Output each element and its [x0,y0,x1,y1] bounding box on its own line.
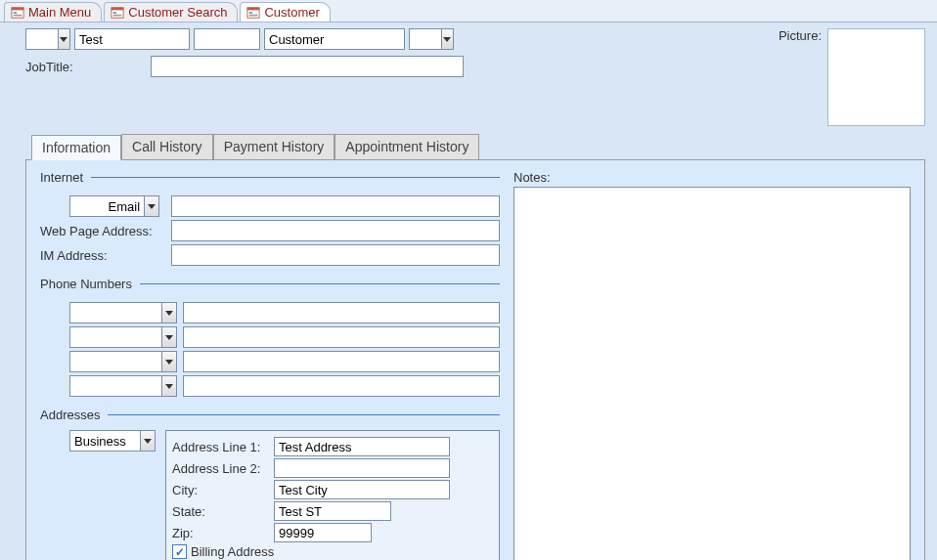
name-prefix-input[interactable] [26,29,58,49]
notes-label: Notes: [513,170,911,185]
address-line1-label: Address Line 1: [172,440,270,454]
address-type-input[interactable] [70,431,140,451]
web-label: Web Page Address: [40,224,165,238]
phone-type-combo[interactable] [69,326,177,348]
tab-call-history[interactable]: Call History [121,134,213,159]
svg-rect-6 [113,12,117,14]
dropdown-icon[interactable] [161,376,176,396]
phone-type-combo[interactable] [69,302,177,323]
object-tab-customer-search[interactable]: Customer Search [104,2,238,22]
phone-type-input[interactable] [70,327,161,347]
svg-rect-5 [112,7,123,10]
form-icon [11,6,24,20]
phone-type-input[interactable] [70,352,161,371]
group-line [108,414,500,415]
city-input[interactable] [274,480,450,499]
address-line2-label: Address Line 2: [172,461,270,476]
dropdown-icon[interactable] [161,303,176,323]
phone-number-input[interactable] [183,326,500,348]
jobtitle-label: JobTitle: [25,60,145,74]
object-tab-label: Customer Search [128,5,227,20]
group-line [140,283,500,284]
phone-row [40,375,500,397]
email-type-combo[interactable] [69,195,159,217]
address-line2-input[interactable] [274,458,450,478]
dropdown-icon[interactable] [140,431,155,451]
group-line [91,177,500,178]
svg-rect-7 [113,14,122,16]
tab-information[interactable]: Information [31,135,121,160]
im-input[interactable] [171,244,500,266]
svg-rect-11 [249,14,258,16]
billing-checkbox[interactable] [172,544,187,559]
tab-appointment-history[interactable]: Appointment History [335,134,479,159]
email-input[interactable] [171,195,500,217]
object-tab-bar: Main Menu Customer Search Customer [0,0,937,22]
phone-type-input[interactable] [70,376,161,396]
group-addresses-title: Addresses [40,408,500,422]
tab-payment-history[interactable]: Payment History [213,134,335,159]
name-suffix-combo[interactable] [409,28,454,50]
web-input[interactable] [171,220,500,241]
name-suffix-input[interactable] [410,29,441,49]
phone-row [40,326,500,348]
picture-box[interactable] [827,28,925,126]
phone-row [40,351,500,372]
dropdown-icon[interactable] [58,29,69,49]
phone-type-combo[interactable] [69,375,177,397]
svg-rect-3 [14,14,22,16]
zip-input[interactable] [274,523,372,542]
dropdown-icon[interactable] [441,29,453,49]
address-line1-input[interactable] [274,437,450,456]
group-phone-title: Phone Numbers [40,277,500,291]
object-tab-customer[interactable]: Customer [240,2,330,22]
phone-number-input[interactable] [183,375,500,397]
form-icon [246,6,260,20]
object-tab-label: Main Menu [28,5,91,20]
group-title-text: Internet [40,170,83,185]
inner-tab-bar: Information Call History Payment History… [25,134,925,159]
first-name-input[interactable] [74,28,190,50]
tab-label: Appointment History [345,139,468,154]
name-prefix-combo[interactable] [25,28,70,50]
dropdown-icon[interactable] [144,196,158,216]
email-type-input[interactable] [70,196,144,216]
tab-label: Information [42,140,111,155]
tab-label: Call History [132,139,202,154]
svg-rect-9 [247,7,259,10]
billing-label: Billing Address [191,544,274,559]
svg-rect-1 [12,7,23,10]
address-card: Address Line 1: Address Line 2: City: St… [165,430,500,560]
phone-number-input[interactable] [183,351,500,372]
middle-name-input[interactable] [194,28,260,50]
state-label: State: [172,504,270,519]
last-name-input[interactable] [264,28,405,50]
zip-label: Zip: [172,526,270,540]
group-title-text: Phone Numbers [40,277,132,291]
dropdown-icon[interactable] [161,352,176,371]
jobtitle-input[interactable] [151,56,464,77]
notes-textarea[interactable] [513,187,911,560]
address-type-combo[interactable] [69,430,156,452]
form-icon [111,6,124,20]
city-label: City: [172,483,270,497]
group-title-text: Addresses [40,408,100,422]
state-input[interactable] [274,501,391,521]
object-tab-main-menu[interactable]: Main Menu [4,2,102,22]
group-internet-title: Internet [40,170,500,185]
dropdown-icon[interactable] [161,327,176,347]
phone-row [40,302,500,323]
svg-rect-2 [14,12,18,14]
tab-label: Payment History [224,139,325,154]
im-label: IM Address: [40,248,165,263]
object-tab-label: Customer [264,5,319,20]
phone-number-input[interactable] [183,302,500,323]
picture-label: Picture: [779,28,822,43]
phone-type-input[interactable] [70,303,161,323]
svg-rect-10 [249,12,253,14]
phone-type-combo[interactable] [69,351,177,372]
